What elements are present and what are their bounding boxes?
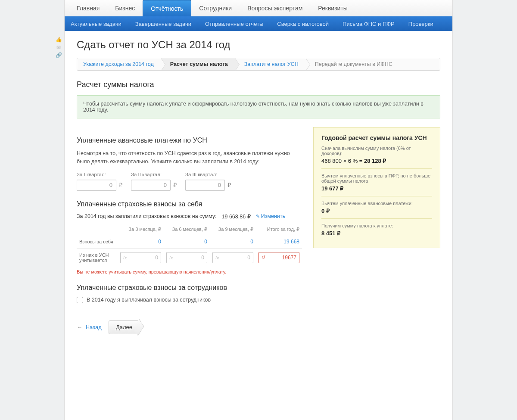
like-icon[interactable]: 👍	[55, 37, 62, 43]
col-9m: За 9 месяцев, ₽	[210, 224, 256, 235]
contributions-table: За 3 месяца, ₽ За 6 месяцев, ₽ За 9 меся…	[77, 224, 302, 267]
ruble-icon: ₽	[227, 182, 231, 188]
fx-input-9m[interactable]: fx 0	[212, 252, 253, 263]
cell-9m[interactable]: 0	[250, 239, 253, 245]
tab-business[interactable]: Бизнес	[107, 0, 143, 16]
step-pay[interactable]: Заплатите налог УСН	[235, 58, 305, 70]
q1-input[interactable]	[77, 180, 116, 191]
tab-main[interactable]: Главная	[69, 0, 107, 16]
table-row: Взносы за себя 0 0 0 19 668	[77, 235, 302, 248]
calc-desc-4: Получим сумму налога к уплате:	[321, 223, 432, 228]
fx-input-6m[interactable]: fx 0	[166, 252, 207, 263]
employees-checkbox-label: В 2014 году я выплачивал взносы за сотру…	[87, 297, 211, 303]
row-label: Взносы за себя	[77, 235, 118, 248]
calc-val-1: 468 800 × 6 % = 28 128 ₽	[321, 158, 432, 164]
advance-text: Несмотря на то, что отчетность по УСН сд…	[77, 149, 302, 166]
fx-input-total-error[interactable]: ↺ 19677	[258, 252, 299, 263]
calc-val-4: 8 451 ₽	[321, 230, 432, 236]
share-icon[interactable]: 🔗	[55, 52, 62, 58]
insurance-heading: Уплаченные страховые взносы за себя	[77, 200, 302, 208]
top-nav: Главная Бизнес Отчётность Сотрудники Воп…	[65, 0, 452, 16]
sidebox-title: Годовой расчет суммы налога УСН	[321, 134, 432, 141]
mail-icon[interactable]: ✉	[55, 44, 62, 50]
tab-reporting[interactable]: Отчётность	[143, 0, 191, 16]
error-message: Вы не можете учитывать сумму, превышающу…	[77, 269, 302, 274]
info-alert: Чтобы рассчитать сумму налога к уплате и…	[77, 95, 440, 118]
revert-icon[interactable]: ↺	[262, 255, 265, 260]
calc-sidebar: Годовой расчет суммы налога УСН Сначала …	[313, 127, 440, 248]
sub-nav: Актуальные задачи Завершенные задачи Отп…	[65, 16, 452, 31]
ruble-icon: ₽	[173, 182, 177, 188]
tab-employees[interactable]: Сотрудники	[191, 0, 240, 16]
calc-desc-2: Вычтем уплаченные взносы в ПФР, но не бо…	[321, 173, 432, 184]
q3-input[interactable]	[185, 180, 225, 191]
wizard-steps: Укажите доходы за 2014 год Расчет суммы …	[77, 58, 440, 71]
fx-icon: fx	[215, 255, 219, 260]
step-income[interactable]: Укажите доходы за 2014 год	[77, 58, 161, 70]
table-row: Из них в УСН учитывается fx 0 fx	[77, 248, 302, 267]
col-year: Итого за год, ₽	[256, 224, 302, 235]
back-link[interactable]: ← Назад	[77, 324, 102, 330]
fx-icon: fx	[123, 255, 127, 260]
q1-label: За I квартал:	[77, 172, 122, 177]
employees-heading: Уплаченные страховые взносы за сотрудник…	[77, 284, 302, 292]
tab-experts[interactable]: Вопросы экспертам	[240, 0, 310, 16]
arrow-left-icon: ←	[77, 324, 82, 330]
subnav-completed[interactable]: Завершенные задачи	[135, 21, 191, 27]
q2-label: За II квартал:	[131, 172, 177, 177]
tab-requisites[interactable]: Реквизиты	[310, 0, 355, 16]
col-6m: За 6 месяцев, ₽	[164, 224, 210, 235]
next-button[interactable]: Далее	[109, 320, 139, 334]
subnav-letters[interactable]: Письма ФНС и ПФР	[343, 21, 395, 27]
row-label: Из них в УСН учитывается	[77, 248, 118, 267]
step-submit[interactable]: Передайте документы в ИФНС	[305, 58, 399, 70]
fx-icon: fx	[169, 255, 173, 260]
step-calc[interactable]: Расчет суммы налога	[161, 58, 235, 70]
fx-input-3m[interactable]: fx 0	[120, 252, 161, 263]
advance-heading: Уплаченные авансовые платежи по УСН	[77, 137, 302, 144]
calc-desc-1: Сначала вычислим сумму налога (6% от дох…	[321, 146, 432, 156]
employees-checkbox-row[interactable]: В 2014 году я выплачивал взносы за сотру…	[77, 297, 302, 303]
subnav-sent[interactable]: Отправленные отчеты	[205, 21, 263, 27]
subnav-actual[interactable]: Актуальные задачи	[71, 21, 121, 27]
page-title: Сдать отчет по УСН за 2014 год	[77, 39, 440, 51]
insurance-summary-label: За 2014 год вы заплатили страховых взнос…	[77, 213, 217, 219]
calc-val-3: 0 ₽	[321, 208, 432, 214]
ruble-icon: ₽	[119, 182, 122, 188]
col-3m: За 3 месяца, ₽	[118, 224, 164, 235]
section-title: Расчет суммы налога	[77, 80, 440, 89]
calc-val-2: 19 677 ₽	[321, 185, 432, 192]
calc-desc-3: Вычтем уплаченные авансовые платежи:	[321, 201, 432, 206]
q2-input[interactable]	[131, 180, 171, 191]
subnav-reconcile[interactable]: Сверка с налоговой	[277, 21, 329, 27]
insurance-summary-value: 19 668,86 ₽	[222, 213, 251, 220]
cell-total[interactable]: 19 668	[283, 239, 299, 245]
employees-checkbox[interactable]	[77, 297, 83, 303]
q3-label: За III квартал:	[185, 172, 231, 177]
edit-link[interactable]: Изменить	[256, 213, 285, 219]
cell-3m[interactable]: 0	[158, 239, 161, 245]
cell-6m[interactable]: 0	[204, 239, 207, 245]
subnav-checks[interactable]: Проверки	[408, 21, 433, 27]
